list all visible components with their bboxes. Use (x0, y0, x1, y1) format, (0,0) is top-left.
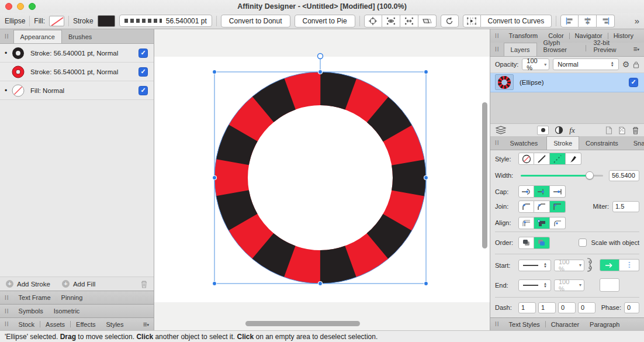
toolbar-overflow-chevron[interactable]: » (635, 16, 639, 26)
opacity-dropdown[interactable]: 100 % ▾ (522, 58, 549, 70)
scale-with-object-checkbox[interactable] (579, 239, 587, 247)
tab-effects[interactable]: Effects (71, 321, 101, 328)
tab-character[interactable]: Character (546, 321, 584, 328)
blend-mode-combo[interactable]: Normal ▲▼ (553, 58, 619, 70)
start-style-stepper[interactable]: ▲▼ (518, 260, 551, 271)
dash-field-4[interactable]: 0 (578, 302, 595, 313)
tab-constraints[interactable]: Constraints (579, 137, 625, 150)
layer-row-ellipse[interactable]: (Ellipse) ✓ (490, 73, 644, 93)
tab-assets[interactable]: Assets (40, 321, 70, 328)
stroke-style-dashed-button[interactable] (550, 153, 566, 165)
stroke-width-field[interactable]: 56.540001 pt (119, 15, 212, 27)
panel-header-textframe[interactable]: II Text Frame Pinning (0, 291, 154, 304)
stroke-swatch[interactable] (98, 15, 115, 27)
convert-to-donut-button[interactable]: Convert to Donut (221, 15, 290, 27)
delete-trash-icon[interactable] (140, 280, 148, 288)
gear-icon[interactable]: ⚙ (622, 60, 630, 69)
appearance-row-fill[interactable]: • Fill: Normal ✓ (0, 81, 154, 100)
delete-layer-trash-icon[interactable] (632, 126, 639, 134)
join-round-button[interactable] (518, 201, 534, 213)
transform-mode-button[interactable] (418, 15, 437, 27)
tab-pinning[interactable]: Pinning (56, 294, 88, 301)
fill-swatch[interactable] (49, 16, 64, 26)
join-bevel-button[interactable] (534, 201, 550, 213)
tab-symbols[interactable]: Symbols (13, 308, 49, 315)
dash-field-1[interactable]: 1 (518, 302, 536, 313)
join-miter-button[interactable] (550, 201, 566, 213)
stroke-style-none-button[interactable] (518, 153, 534, 165)
tab-snapshots[interactable]: Snapshots (627, 137, 644, 150)
convert-to-curves-button[interactable]: Convert to Curves (481, 15, 552, 27)
pressure-profile-button[interactable] (600, 278, 619, 292)
fx-icon[interactable]: fx (569, 126, 574, 135)
stroke-width-slider[interactable] (521, 171, 603, 179)
phase-field[interactable]: 0 (624, 302, 639, 313)
rotate-button[interactable] (441, 15, 459, 27)
cap-square-button[interactable] (550, 185, 566, 198)
snapping-button[interactable] (364, 15, 382, 27)
stroke-style-texture-button[interactable] (566, 153, 581, 165)
lock-icon[interactable] (633, 61, 639, 68)
tab-brushes[interactable]: Brushes (62, 30, 98, 43)
panel-menu-icon[interactable]: ≡▾ (143, 320, 149, 329)
appearance-row-stroke-red[interactable]: Stroke: 56.540001 pt, Normal ✓ (0, 63, 154, 81)
miter-field[interactable]: 1.5 (612, 201, 639, 212)
tab-swatches[interactable]: Swatches (504, 137, 545, 150)
convert-to-pie-button[interactable]: Convert to Pie (295, 15, 355, 27)
panel-grip[interactable]: II (0, 33, 13, 43)
visibility-checkbox[interactable]: ✓ (139, 67, 148, 77)
tab-paragraph[interactable]: Paragraph (584, 321, 625, 328)
arrow-direction-button[interactable] (600, 259, 619, 271)
new-pixel-layer-icon[interactable] (618, 126, 626, 134)
width-value-field[interactable]: 56.5400 (609, 170, 639, 181)
tab-styles[interactable]: Styles (101, 321, 129, 328)
order-front-button[interactable] (534, 237, 550, 249)
tab-stroke[interactable]: Stroke (546, 136, 579, 150)
panel-header-symbols[interactable]: II Symbols Isometric (0, 304, 154, 317)
cap-butt-button[interactable] (534, 185, 550, 198)
appearance-row-stroke-black[interactable]: • Stroke: 56.540001 pt, Normal ✓ (0, 44, 154, 63)
dash-field-3[interactable]: 0 (558, 302, 576, 313)
start-pressure-dropdown[interactable]: 100 % ▾ (554, 260, 584, 271)
dash-field-2[interactable]: 1 (538, 302, 556, 313)
adjustment-icon[interactable] (555, 126, 563, 134)
link-start-end-icon[interactable] (586, 257, 593, 274)
layers-stack-icon[interactable] (495, 126, 507, 134)
insert-inside-button[interactable] (463, 15, 481, 27)
tab-appearance[interactable]: Appearance (13, 30, 62, 43)
horizontal-scrollbar[interactable] (245, 321, 360, 326)
ellipse-shape-with-selection[interactable] (154, 29, 490, 330)
align-outside-button[interactable] (550, 217, 566, 229)
add-stroke-button[interactable]: Add Stroke (17, 281, 50, 288)
panel-header-stock[interactable]: II Stock Assets Effects Styles ≡▾ (0, 317, 154, 330)
visibility-checkbox[interactable]: ✓ (139, 49, 148, 58)
align-center-button[interactable] (579, 15, 597, 27)
align-left-button[interactable] (560, 15, 579, 27)
tab-32bit-preview[interactable]: 32-bit Preview (587, 36, 633, 56)
new-layer-icon[interactable] (605, 126, 612, 134)
end-pressure-dropdown[interactable]: 100 % ▾ (554, 279, 584, 291)
slider-knob[interactable] (586, 171, 594, 179)
panel-header-text-styles[interactable]: II Text Styles Character Paragraph (490, 317, 644, 330)
align-inside-button[interactable] (518, 217, 534, 229)
canvas-viewport[interactable] (154, 29, 490, 330)
visibility-checkbox[interactable]: ✓ (139, 86, 148, 95)
align-right-button[interactable] (597, 15, 615, 27)
tab-text-frame[interactable]: Text Frame (13, 294, 56, 301)
tab-stock[interactable]: Stock (13, 321, 40, 328)
align-center-button[interactable] (534, 217, 550, 229)
layer-visibility-checkbox[interactable]: ✓ (629, 78, 638, 87)
mask-layer-icon[interactable] (537, 126, 549, 135)
order-behind-button[interactable] (518, 237, 534, 249)
cap-round-button[interactable] (518, 185, 534, 198)
stroke-style-solid-button[interactable] (534, 153, 550, 165)
tab-layers[interactable]: Layers (504, 43, 537, 56)
tab-isometric[interactable]: Isometric (49, 308, 85, 315)
tab-text-styles[interactable]: Text Styles (504, 321, 545, 328)
show-selection-button[interactable] (382, 15, 400, 27)
vertical-scrollbar[interactable] (482, 102, 487, 248)
end-style-stepper[interactable]: ▲▼ (518, 279, 551, 291)
transform-objects-button[interactable] (400, 15, 418, 27)
tab-glyph-browser[interactable]: Glyph Browser (537, 36, 584, 56)
arrow-alignment-button[interactable] (619, 259, 639, 271)
